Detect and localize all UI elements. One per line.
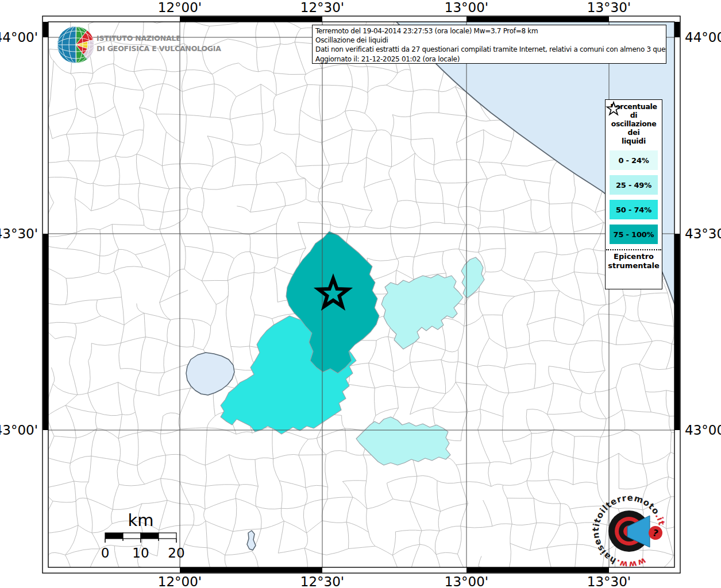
ingv-logo: ISTITUTO NAZIONALE DI GEOFISICA E VULCAN… [57,26,221,63]
legend-divider [606,249,661,250]
ingv-globe-icon [57,26,94,63]
legend-label-75-100: 75 - 100% [614,230,654,239]
map-canvas: ? www.haisentitoilterremoto.it ISTITUTO … [0,0,721,588]
legend-label-50-74: 50 - 74% [616,206,651,214]
event-updated-line: Aggiornato il: 21-12-2025 01:02 (ora loc… [315,55,663,64]
lake-trasimeno [186,353,234,395]
lat-label-left: 43°00' [0,423,38,438]
region-25-49-south [356,417,450,465]
lat-label-left: 43°30' [0,226,38,241]
event-info-box: Terremoto del 19-04-2014 23:27:53 (ora l… [312,25,666,64]
lon-label-bottom: 12°00' [158,574,202,588]
scale-bar-tick-0: 0 [101,546,110,560]
event-summary-line: Terremoto del 19-04-2014 23:27:53 (ora l… [315,26,663,36]
ingv-name-line1: ISTITUTO NAZIONALE [97,34,181,42]
scale-bar: km 0 10 20 [101,510,185,560]
lat-label-left: 44°00' [0,30,38,45]
lon-label-bottom: 13°30' [587,574,631,588]
lon-label-bottom: 13°00' [445,574,488,588]
scale-bar-body [105,533,176,543]
legend-label-0-24: 0 - 24% [618,156,649,165]
lon-label-top: 12°30' [300,0,344,15]
legend-swatch-0-24: 0 - 24% [610,150,658,170]
event-data-source-line: Dati non verificati estratti da 27 quest… [315,45,663,54]
haisentitoilterremoto-logo: ? www.haisentitoilterremoto.it [591,493,667,570]
legend-swatch-50-74: 50 - 74% [610,200,658,219]
hsit-intensity-map-page: ? www.haisentitoilterremoto.it ISTITUTO … [0,0,721,588]
lat-label-right: 43°30' [685,226,721,241]
scale-bar-tick-10: 10 [132,546,149,560]
scale-bar-unit: km [128,510,153,530]
event-effect-line: Oscillazione dei liquidi [315,36,663,45]
lake-small [247,531,256,550]
lon-label-top: 13°30' [587,0,631,15]
lon-label-top: 12°00' [158,0,202,15]
lat-label-right: 44°00' [685,30,721,45]
legend-label-25-49: 25 - 49% [616,181,651,189]
scale-bar-tick-20: 20 [168,546,184,560]
legend: Percentuale di oscillazione dei liquidi … [605,99,662,289]
lat-label-right: 43°00' [685,423,721,438]
legend-swatch-25-49: 25 - 49% [610,175,658,195]
legend-epicenter-label: Epicentro strumentale [606,252,662,270]
ingv-name-line2: DI GEOFISICA E VULCANOLOGIA [97,44,221,53]
legend-swatch-75-100: 75 - 100% [610,225,658,244]
lon-label-bottom: 12°30' [300,574,344,588]
lon-label-top: 13°00' [445,0,488,15]
legend-star-icon [606,100,622,117]
